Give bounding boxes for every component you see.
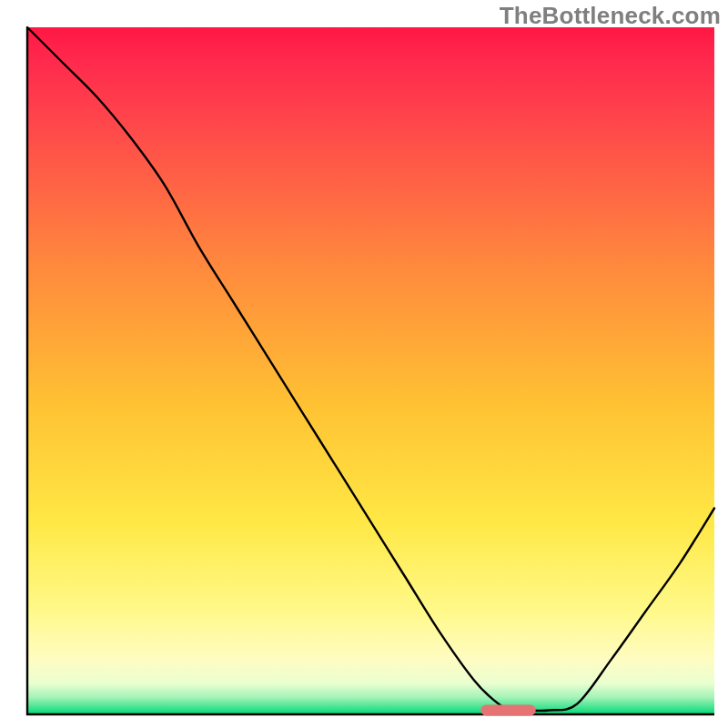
chart-container: TheBottleneck.com [0, 0, 728, 728]
plot-background [27, 27, 714, 714]
optimal-marker [480, 704, 535, 715]
watermark-text: TheBottleneck.com [500, 2, 721, 30]
bottleneck-chart [0, 0, 728, 728]
